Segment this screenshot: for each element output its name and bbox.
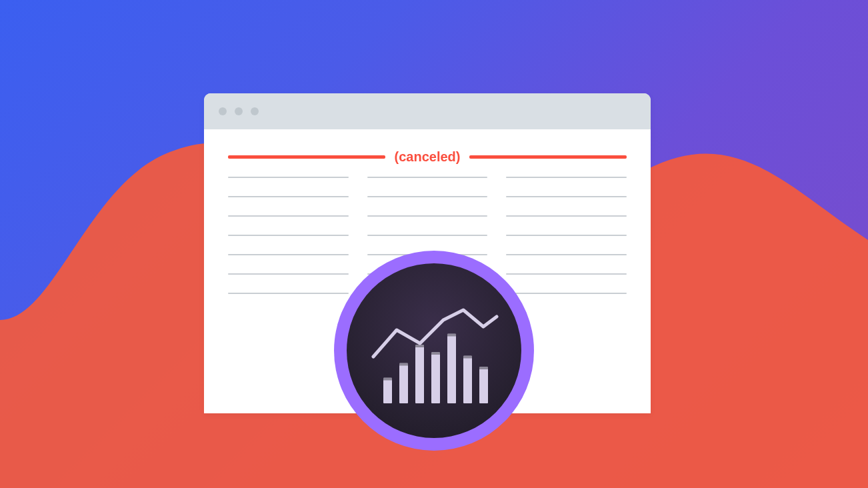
svg-rect-4 — [415, 345, 424, 403]
svg-rect-12 — [479, 367, 488, 403]
svg-rect-10 — [463, 356, 472, 404]
analytics-badge — [334, 251, 534, 451]
svg-rect-1 — [383, 378, 392, 381]
placeholder-line — [367, 215, 488, 217]
placeholder-line — [228, 293, 349, 294]
traffic-light-close[interactable] — [219, 107, 227, 115]
analytics-chart-icon — [347, 263, 521, 438]
placeholder-line — [367, 177, 488, 178]
svg-rect-3 — [399, 363, 408, 366]
placeholder-line — [506, 293, 627, 294]
placeholder-line — [228, 177, 349, 178]
svg-rect-8 — [447, 334, 456, 404]
placeholder-line — [506, 215, 627, 217]
column-3 — [506, 177, 627, 294]
placeholder-line — [506, 273, 627, 275]
placeholder-line — [506, 254, 627, 255]
placeholder-line — [506, 177, 627, 178]
column-1 — [228, 177, 349, 294]
svg-rect-5 — [415, 345, 424, 347]
placeholder-line — [367, 196, 488, 197]
traffic-light-zoom[interactable] — [251, 107, 259, 115]
placeholder-line — [506, 235, 627, 236]
placeholder-line — [506, 196, 627, 197]
svg-rect-0 — [383, 378, 392, 404]
svg-rect-2 — [399, 363, 408, 404]
svg-rect-6 — [431, 352, 440, 403]
canceled-label: (canceled) — [395, 149, 461, 165]
svg-rect-13 — [479, 367, 488, 369]
svg-rect-7 — [431, 352, 440, 355]
placeholder-line — [228, 196, 349, 197]
analytics-badge-inner — [347, 263, 521, 438]
header-line-left — [228, 155, 385, 159]
svg-rect-11 — [463, 356, 472, 359]
canceled-header-row: (canceled) — [228, 149, 627, 165]
header-line-right — [469, 155, 627, 159]
traffic-light-minimize[interactable] — [235, 107, 243, 115]
placeholder-line — [228, 273, 349, 275]
window-titlebar — [204, 93, 651, 129]
svg-rect-9 — [447, 334, 456, 337]
placeholder-line — [367, 235, 488, 236]
placeholder-line — [228, 254, 349, 255]
placeholder-line — [228, 215, 349, 217]
placeholder-line — [228, 235, 349, 236]
